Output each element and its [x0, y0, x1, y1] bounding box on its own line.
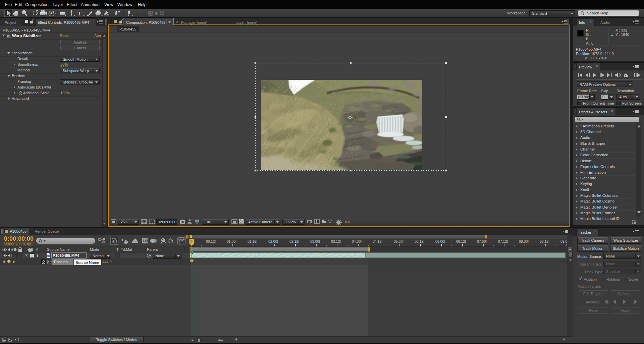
svg-text:fx: fx	[7, 34, 10, 38]
svg-text:T: T	[78, 10, 82, 17]
